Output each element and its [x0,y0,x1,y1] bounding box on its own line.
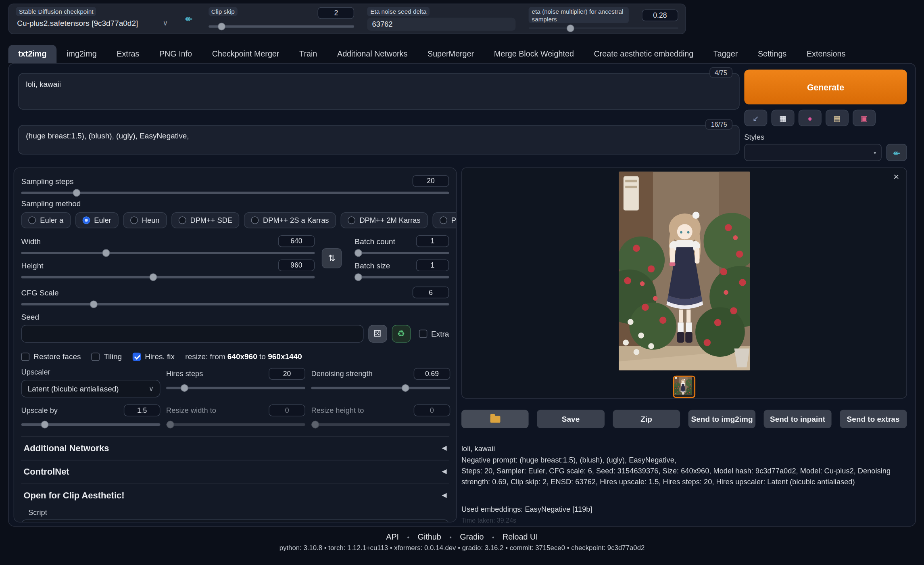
upscale-by-input[interactable] [124,404,161,416]
sampler-plms[interactable]: PLMS [432,212,457,228]
generated-image[interactable] [618,172,750,370]
clip-skip-value-input[interactable] [318,7,355,19]
seed-input[interactable] [21,325,363,343]
slider-handle[interactable] [102,249,110,257]
slider-handle[interactable] [150,273,157,281]
height-slider[interactable] [21,276,315,278]
upscaler-dropdown[interactable]: Latent (bicubic antialiased) ∨ [21,380,161,398]
apply-styles-button[interactable]: ↞ [886,144,907,161]
close-icon[interactable]: × [893,172,899,182]
reload-ui-link[interactable]: Reload UI [503,532,538,541]
eta-ancestral-slider[interactable] [529,28,678,28]
accordion-additional-networks[interactable]: Additional Networks ◀ [21,436,449,459]
sampler-euler[interactable]: Euler [75,212,118,228]
upscale-by-slider[interactable] [21,423,161,426]
api-link[interactable]: API [386,532,399,541]
width-slider[interactable] [21,252,315,254]
resize-width-input[interactable] [269,404,305,416]
tab-train[interactable]: Train [289,45,327,63]
slider-handle[interactable] [355,273,362,281]
tab-settings[interactable]: Settings [748,45,797,63]
slider-handle[interactable] [73,189,81,197]
clear-prompt-button[interactable]: ▦ [772,110,795,126]
slider-handle[interactable] [355,249,362,257]
tiling-checkbox[interactable]: Tiling [92,352,122,361]
resize-width-slider[interactable] [166,423,305,426]
paste-params-button[interactable]: ↙ [744,110,767,126]
save-style-button[interactable]: ▣ [853,110,876,126]
tab-tagger[interactable]: Tagger [703,45,748,63]
accordion-controlnet[interactable]: ControlNet ◀ [21,460,449,483]
gradio-link[interactable]: Gradio [460,532,484,541]
sampler-label: Heun [142,216,160,224]
batch-count-input[interactable] [416,235,449,247]
tab-txt2img[interactable]: txt2img [8,45,56,63]
batch-count-slider[interactable] [355,252,449,254]
slider-handle[interactable] [180,384,188,392]
hires-fix-checkbox[interactable]: Hires. fix [132,352,175,361]
denoising-input[interactable] [414,368,451,380]
sampling-steps-input[interactable] [413,175,449,187]
resize-height-input[interactable] [414,404,451,416]
negative-prompt-input[interactable] [18,125,739,155]
sampler-dpmpp-2m-karras[interactable]: DPM++ 2M Karras [341,212,428,228]
generate-button[interactable]: Generate [744,69,907,104]
height-input[interactable] [278,259,315,271]
cfg-scale-slider[interactable] [21,303,449,306]
restore-faces-checkbox[interactable]: Restore faces [21,352,81,361]
reuse-seed-button[interactable]: ♻ [392,325,411,343]
script-dropdown[interactable]: None ∨ [21,519,449,522]
tab-checkpoint-merger[interactable]: Checkpoint Merger [202,45,289,63]
send-to-inpaint-button[interactable]: Send to inpaint [764,410,831,428]
extra-networks-button[interactable]: ● [799,110,822,126]
slider-handle[interactable] [41,421,49,428]
accordion-clip-aesthetic[interactable]: Open for Clip Aesthetic! ◀ [21,483,449,506]
tab-create-aesthetic-embedding[interactable]: Create aesthetic embedding [584,45,703,63]
tab-png-info[interactable]: PNG Info [149,45,202,63]
zip-button[interactable]: Zip [613,410,680,428]
batch-size-slider[interactable] [355,276,449,278]
send-to-img2img-button[interactable]: Send to img2img [688,410,756,428]
cfg-scale-input[interactable] [413,287,449,298]
swap-dimensions-button[interactable]: ⇅ [322,248,342,268]
tab-extensions[interactable]: Extensions [797,45,855,63]
clip-skip-slider[interactable] [209,25,355,28]
slider-handle[interactable] [567,24,574,32]
ensd-input[interactable] [367,17,516,30]
slider-handle[interactable] [402,384,409,392]
tab-merge-block-weighted[interactable]: Merge Block Weighted [484,45,584,63]
sampler-dpmpp-sde[interactable]: DPM++ SDE [171,212,240,228]
checkpoint-dropdown[interactable]: Cu-plus2.safetensors [9c3d77a0d2] ∨ [16,17,169,29]
prompt-input[interactable] [18,73,739,110]
sampler-euler-a[interactable]: Euler a [21,212,71,228]
extra-seed-checkbox[interactable]: Extra [419,329,449,338]
sampling-steps-slider[interactable] [21,192,449,194]
send-to-extras-button[interactable]: Send to extras [840,410,907,428]
quick-apply-button[interactable]: ↞ [182,12,195,26]
eta-ancestral-value-input[interactable] [642,9,678,21]
tab-additional-networks[interactable]: Additional Networks [327,45,417,63]
apply-style-to-prompt-button[interactable]: ▤ [826,110,849,126]
slider-handle[interactable] [90,300,98,308]
sampler-dpmpp-2s-a-karras[interactable]: DPM++ 2S a Karras [244,212,336,228]
width-input[interactable] [278,235,315,247]
slider-handle[interactable] [311,421,319,428]
tab-extras[interactable]: Extras [107,45,150,63]
slider-handle[interactable] [218,23,225,30]
eta-ancestral-label: eta (noise multiplier) for ancestral sam… [529,7,629,23]
styles-dropdown[interactable]: ▾ [744,144,881,161]
gallery-thumbnail[interactable] [673,376,696,398]
denoising-slider[interactable] [311,387,450,389]
hires-steps-input[interactable] [269,368,305,380]
random-seed-button[interactable]: ⚄ [368,325,387,343]
sampler-heun[interactable]: Heun [123,212,167,228]
slider-handle[interactable] [167,421,174,428]
hires-steps-slider[interactable] [166,387,305,389]
github-link[interactable]: Github [418,532,441,541]
tab-supermerger[interactable]: SuperMerger [417,45,484,63]
resize-height-slider[interactable] [311,423,450,426]
save-button[interactable]: Save [537,410,605,428]
tab-img2img[interactable]: img2img [56,45,106,63]
batch-size-input[interactable] [416,259,449,271]
open-folder-button[interactable] [461,410,529,428]
